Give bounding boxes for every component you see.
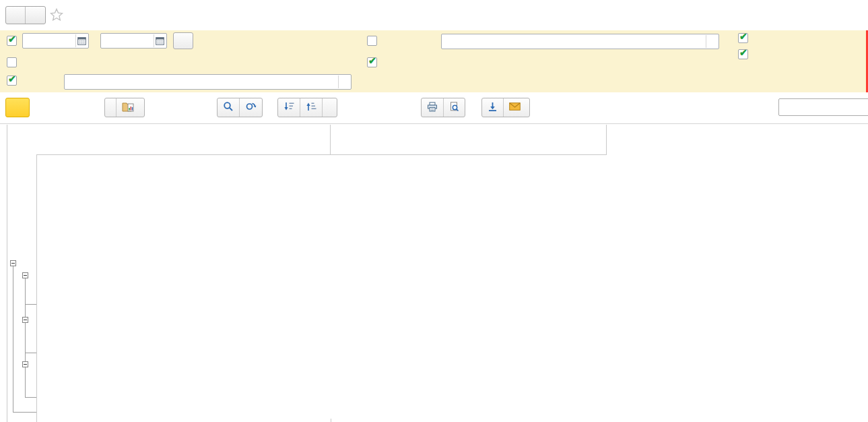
expand-groups-icon — [306, 102, 316, 113]
column-divider-stub — [331, 419, 331, 422]
search-icon — [223, 101, 234, 114]
chevron-down-icon[interactable] — [338, 76, 350, 88]
report-variant-button[interactable] — [116, 98, 144, 117]
titlebar — [0, 0, 868, 30]
report-title — [36, 125, 330, 133]
report-title-cell[interactable] — [36, 125, 331, 155]
tree-line — [13, 412, 36, 413]
report-variant-icon — [122, 101, 135, 114]
search-button[interactable] — [218, 98, 240, 117]
chevron-down-icon[interactable] — [706, 35, 718, 48]
tree-line — [25, 353, 36, 353]
tree-line — [25, 304, 36, 305]
collapse-groups-button[interactable] — [278, 98, 300, 117]
tree-line — [25, 278, 26, 397]
report-area — [7, 125, 868, 422]
calendar-icon[interactable] — [154, 34, 166, 47]
report-toolbar — [0, 94, 868, 123]
mail-icon — [509, 102, 521, 113]
tree-line — [13, 266, 13, 413]
collapse-groups-icon — [283, 102, 294, 113]
filter-word-input[interactable] — [778, 98, 868, 116]
employee-checkbox[interactable] — [7, 76, 17, 86]
collapse-group-toggle[interactable] — [22, 317, 28, 323]
excess-sums-checkbox[interactable] — [7, 57, 17, 67]
period-checkbox[interactable] — [7, 36, 17, 46]
print-button[interactable] — [422, 98, 444, 117]
repeat-search-button[interactable] — [240, 98, 262, 117]
advance-offset-checkbox[interactable] — [738, 49, 748, 59]
print-preview-button[interactable] — [444, 98, 465, 117]
save-icon — [488, 102, 498, 114]
employee-combobox[interactable] — [64, 74, 352, 90]
tax-refund-checkbox[interactable] — [738, 33, 748, 43]
collapse-group-toggle[interactable] — [10, 260, 16, 266]
gutter-divider-line — [36, 125, 37, 422]
mail-button[interactable] — [504, 98, 529, 117]
back-button[interactable] — [6, 7, 26, 24]
calendar-icon[interactable] — [75, 34, 88, 47]
date-to-field[interactable] — [100, 33, 167, 49]
nav-buttons — [5, 6, 46, 24]
save-button[interactable] — [482, 98, 504, 117]
collapse-group-toggle[interactable] — [22, 361, 28, 367]
tree-line — [25, 397, 36, 398]
forward-button[interactable] — [26, 7, 45, 24]
generate-button[interactable] — [5, 98, 30, 117]
filter-panel — [0, 30, 868, 92]
expand-groups-button[interactable] — [300, 98, 323, 117]
period-more-button[interactable] — [173, 32, 193, 49]
organization-combobox[interactable] — [441, 34, 719, 49]
print-preview-icon — [449, 102, 459, 114]
date-from-field[interactable] — [22, 33, 89, 49]
repeat-search-icon — [245, 101, 257, 114]
expand-to-dropdown[interactable] — [323, 98, 337, 117]
report-title-spacer-cell[interactable] — [331, 125, 607, 155]
deduction-codes-checkbox[interactable] — [367, 57, 377, 67]
settings-button[interactable] — [105, 98, 116, 117]
print-icon — [427, 102, 438, 114]
organization-checkbox[interactable] — [367, 36, 377, 46]
toolbar-report-divider — [0, 123, 868, 124]
favorite-star-icon[interactable] — [50, 8, 63, 24]
collapse-group-toggle[interactable] — [22, 272, 28, 278]
